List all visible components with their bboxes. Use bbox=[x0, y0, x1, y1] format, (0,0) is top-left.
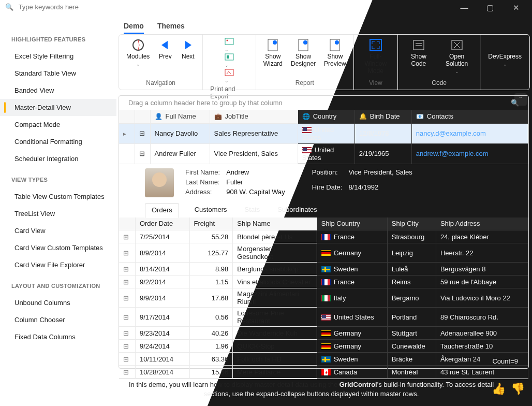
sidebar-item[interactable]: TreeList View bbox=[0, 205, 116, 222]
export-mini-button[interactable]: ⌄ bbox=[225, 69, 234, 84]
cell-ship-country: France bbox=[317, 230, 387, 243]
order-expand[interactable]: ⊞ bbox=[119, 366, 135, 379]
orders-column-header[interactable]: Ship City bbox=[387, 218, 436, 230]
ribbon-group-label: Navigation bbox=[146, 78, 175, 89]
ribbon-button[interactable]: ShowWizard bbox=[263, 38, 283, 68]
cell-country: United States bbox=[298, 123, 354, 143]
svg-point-4 bbox=[227, 40, 228, 41]
detail-tab[interactable]: Orders bbox=[145, 203, 179, 218]
order-expand[interactable]: ⊞ bbox=[119, 308, 135, 327]
row-indicator[interactable] bbox=[119, 143, 135, 164]
sidebar-item[interactable]: Card View Custom Templates bbox=[0, 239, 116, 256]
sidebar-item[interactable]: Table View Custom Templates bbox=[0, 188, 116, 205]
order-expand[interactable]: ⊞ bbox=[119, 353, 135, 366]
orders-column-header[interactable] bbox=[119, 218, 135, 230]
search-input[interactable] bbox=[19, 3, 112, 11]
cell-jobtitle: Vice President, Sales bbox=[210, 143, 298, 164]
thumbs-up-icon[interactable]: 👍 bbox=[492, 382, 506, 396]
cell-ship-city: Stuttgart bbox=[387, 327, 436, 340]
column-header[interactable]: 🌐Country bbox=[298, 110, 354, 123]
ribbon-group-label: View bbox=[369, 78, 382, 89]
sidebar-item[interactable]: Fixed Data Columns bbox=[0, 328, 116, 345]
sidebar-item[interactable]: Standard Table View bbox=[0, 65, 116, 82]
cell-contact[interactable]: andrew.f@example.com bbox=[411, 143, 528, 164]
column-header[interactable] bbox=[119, 110, 135, 123]
orders-column-header[interactable]: Ship Name bbox=[233, 218, 317, 230]
sidebar-item[interactable]: Compact Mode bbox=[0, 116, 116, 133]
export-mini-button[interactable]: ⌄ bbox=[225, 38, 234, 53]
ribbon-button[interactable]: Modules⌄ bbox=[126, 38, 150, 68]
sidebar-item[interactable]: Unbound Columns bbox=[0, 294, 116, 311]
cell-jobtitle: Sales Representative bbox=[210, 123, 298, 143]
order-expand[interactable]: ⊞ bbox=[119, 288, 135, 308]
ribbon-button[interactable]: ShowPreview bbox=[324, 38, 346, 68]
expand-toggle[interactable]: ⊟ bbox=[135, 143, 150, 164]
main-tab[interactable]: Demo bbox=[124, 20, 144, 34]
main-tab[interactable]: Themes bbox=[157, 20, 185, 34]
search-icon: 🔍 bbox=[5, 3, 13, 11]
cell-ship-name: Die Wandernde Kuh bbox=[233, 327, 317, 340]
expand-toggle[interactable]: ⊞ bbox=[135, 123, 150, 143]
cell-order-date: 10/28/2014 bbox=[135, 366, 189, 379]
cell-birth: 2/19/1965 bbox=[354, 143, 411, 164]
order-expand[interactable]: ⊞ bbox=[119, 243, 135, 263]
svg-rect-3 bbox=[225, 38, 233, 45]
order-expand[interactable]: ⊞ bbox=[119, 230, 135, 243]
order-expand[interactable]: ⊞ bbox=[119, 340, 135, 353]
sidebar-item[interactable]: Conditional Formatting bbox=[0, 133, 116, 150]
cell-order-date: 10/11/2014 bbox=[135, 353, 189, 366]
thumbs-down-icon[interactable]: 👎 bbox=[511, 382, 525, 396]
cell-ship-address: 59 rue de l'Abbaye bbox=[436, 276, 528, 288]
detail-position-fields: Position:Vice President, Sales Hire Date… bbox=[312, 168, 412, 197]
column-header[interactable]: 💼JobTitle bbox=[210, 110, 298, 123]
sidebar-item[interactable]: Master-Detail View bbox=[0, 99, 116, 116]
cell-ship-address: Adenauerallee 900 bbox=[436, 327, 528, 340]
cell-freight: 40.26 bbox=[189, 327, 233, 340]
ribbon-button[interactable]: Show Code bbox=[405, 38, 432, 68]
detail-name-fields: First Name:Andrew Last Name:Fuller Addre… bbox=[185, 168, 285, 197]
ribbon-button[interactable]: Full-WindowMode bbox=[361, 38, 390, 75]
row-indicator[interactable]: ▸ bbox=[119, 123, 135, 143]
orders-column-header[interactable]: Ship Address bbox=[436, 218, 528, 230]
svg-point-9 bbox=[273, 40, 277, 45]
cell-contact[interactable]: nancy.d@example.com bbox=[411, 123, 528, 143]
ribbon-button[interactable]: Prev bbox=[158, 38, 172, 61]
cell-order-date: 9/2/2014 bbox=[135, 276, 189, 288]
svg-rect-14 bbox=[370, 39, 381, 51]
window-minimize-button[interactable]: — bbox=[456, 3, 472, 16]
cell-freight: 1.15 bbox=[189, 276, 233, 288]
orders-column-header[interactable]: Ship Country bbox=[317, 218, 387, 230]
sidebar-item[interactable]: Card View bbox=[0, 222, 116, 239]
export-mini-button[interactable]: ⌄ bbox=[225, 53, 234, 68]
sidebar-item[interactable]: Scheduler Integration bbox=[0, 150, 116, 167]
column-header[interactable]: 📧Contacts bbox=[411, 110, 528, 123]
svg-point-11 bbox=[303, 40, 307, 45]
column-header[interactable] bbox=[135, 110, 150, 123]
sidebar-item[interactable]: Card View File Explorer bbox=[0, 256, 116, 273]
column-header[interactable]: 👤Full Name bbox=[150, 110, 210, 123]
cell-ship-country: Germany bbox=[317, 243, 387, 263]
cell-order-date: 9/17/2014 bbox=[135, 308, 189, 327]
ribbon-button[interactable]: DevExpress⌄ bbox=[488, 38, 522, 68]
cell-ship-country: Germany bbox=[317, 340, 387, 353]
order-expand[interactable]: ⊞ bbox=[119, 327, 135, 340]
ribbon-button[interactable]: Open Solution⌄ bbox=[440, 38, 474, 75]
sidebar-item[interactable]: Excel Style Filtering bbox=[0, 48, 116, 65]
detail-tab[interactable]: Stats bbox=[243, 202, 262, 218]
cell-freight: 0.56 bbox=[189, 308, 233, 327]
sidebar-item[interactable]: Column Chooser bbox=[0, 311, 116, 328]
sidebar-item[interactable]: Banded View bbox=[0, 82, 116, 99]
window-maximize-button[interactable]: ▢ bbox=[482, 3, 498, 16]
order-expand[interactable]: ⊞ bbox=[119, 276, 135, 288]
window-close-button[interactable]: ✕ bbox=[508, 3, 524, 16]
detail-tab[interactable]: Customers bbox=[193, 202, 229, 218]
order-expand[interactable]: ⊞ bbox=[119, 263, 135, 276]
ribbon-button[interactable]: ShowDesigner bbox=[291, 38, 316, 68]
cell-ship-country: Sweden bbox=[317, 353, 387, 366]
ribbon-button[interactable]: Next bbox=[181, 38, 195, 61]
orders-column-header[interactable]: Freight bbox=[189, 218, 233, 230]
orders-column-header[interactable]: Order Date bbox=[135, 218, 189, 230]
grid-search-icon[interactable]: 🔍 bbox=[511, 99, 519, 107]
column-header[interactable]: 🔔Birth Date bbox=[354, 110, 411, 123]
detail-tab[interactable]: Subordinates bbox=[275, 202, 319, 218]
